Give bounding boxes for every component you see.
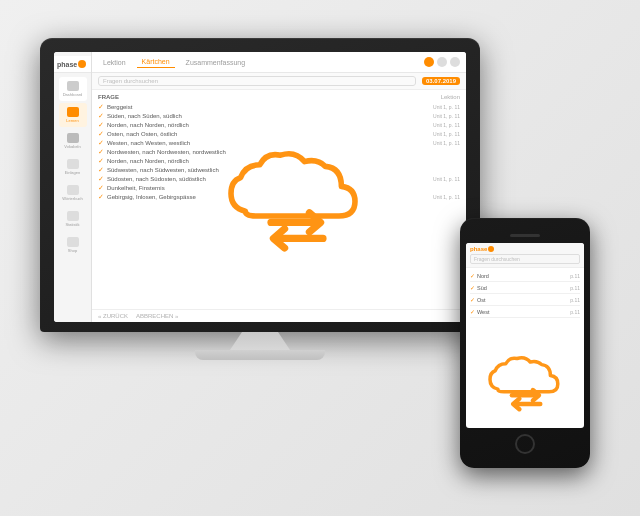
vocab-icon: [67, 133, 79, 143]
phone-item-meta: p.11: [570, 285, 580, 291]
list-item: ✓ Berggeist Unit 1, p. 11: [98, 103, 460, 110]
search-input[interactable]: Fragen durchsuchen: [98, 76, 416, 86]
sub-header: Fragen durchsuchen 03.07.2019: [92, 73, 466, 90]
app-header: Lektion Kärtchen Zusammenfassung: [92, 52, 466, 73]
book-icon: [67, 107, 79, 117]
phone-check-icon: ✓: [470, 296, 475, 303]
sidebar-dict-label: Wörterbuch: [62, 196, 83, 201]
item-meta: Unit 1, p. 11: [410, 194, 460, 200]
sidebar-item-vokabeln[interactable]: Vokabeln: [59, 129, 87, 153]
sidebar-item-lernen[interactable]: Lernen: [59, 103, 87, 127]
phone-bezel: phase Fragen durchsuchen ✓ Nord p.11 ✓ S…: [460, 218, 590, 468]
phone-list-item: ✓ Nord p.11: [470, 270, 580, 282]
phone-list-item: ✓ Ost p.11: [470, 294, 580, 306]
phone-item-text: West: [477, 309, 568, 315]
sidebar-item-statistik[interactable]: Statistik: [59, 207, 87, 231]
plus-icon: [67, 159, 79, 169]
phone-list-item: ✓ West p.11: [470, 306, 580, 318]
item-text: Osten, nach Osten, östlich: [107, 131, 407, 137]
list-item: ✓ Westen, nach Westen, westlich Unit 1, …: [98, 139, 460, 146]
item-meta: Unit 1, p. 11: [410, 176, 460, 182]
phone-speaker: [510, 234, 540, 237]
phone-check-icon: ✓: [470, 272, 475, 279]
check-icon: ✓: [98, 148, 104, 155]
check-icon: ✓: [98, 193, 104, 200]
phone-cloud-icon: [480, 348, 570, 418]
home-icon: [67, 81, 79, 91]
sidebar-item-einlagen[interactable]: Einlagen: [59, 155, 87, 179]
logo-area: phase: [54, 56, 91, 73]
phone-screen: phase Fragen durchsuchen ✓ Nord p.11 ✓ S…: [466, 243, 584, 428]
column-headers: FRAGE Lektion: [98, 94, 460, 100]
phone-check-icon: ✓: [470, 284, 475, 291]
question-col-header: FRAGE: [98, 94, 406, 100]
phone: phase Fragen durchsuchen ✓ Nord p.11 ✓ S…: [460, 218, 590, 468]
back-button[interactable]: « ZURÜCK: [98, 313, 128, 319]
sidebar-dashboard-label: Dashboard: [63, 92, 83, 97]
monitor-bezel: phase Dashboard Lernen Vokabeln: [40, 38, 480, 332]
phone-app-name: phase: [470, 246, 580, 252]
score-badge: 03.07.2019: [422, 77, 460, 85]
header-icons: [424, 57, 460, 67]
sidebar-item-dashboard[interactable]: Dashboard: [59, 77, 87, 101]
item-text: Südosten, nach Südosten, südöstlich: [107, 176, 407, 182]
tab-zusammenfassung[interactable]: Zusammenfassung: [181, 57, 251, 68]
logo-text: phase: [57, 61, 77, 68]
list-item: ✓ Südosten, nach Südosten, südöstlich Un…: [98, 175, 460, 182]
check-icon: ✓: [98, 166, 104, 173]
chart-icon: [67, 211, 79, 221]
item-text: Gebirgsig, Inlosen, Gebirgspässe: [107, 194, 407, 200]
lesson-col-header: Lektion: [410, 94, 460, 100]
phone-search-input[interactable]: Fragen durchsuchen: [470, 254, 580, 264]
settings-icon: [450, 57, 460, 67]
list-item: ✓ Gebirgsig, Inlosen, Gebirgspässe Unit …: [98, 193, 460, 200]
item-text: Norden, nach Norden, nördlich: [107, 122, 407, 128]
monitor-neck: [230, 332, 290, 350]
item-meta: Unit 1, p. 11: [410, 140, 460, 146]
item-meta: Unit 1, p. 11: [410, 122, 460, 128]
phone-item-meta: p.11: [570, 309, 580, 315]
phone-check-icon: ✓: [470, 308, 475, 315]
dict-icon: [67, 185, 79, 195]
item-text: Dunkelheit, Finsternis: [107, 185, 407, 191]
phone-home-button[interactable]: [515, 434, 535, 454]
app-ui: phase Dashboard Lernen Vokabeln: [54, 52, 466, 322]
bell-icon: [437, 57, 447, 67]
tab-kaertchen[interactable]: Kärtchen: [137, 56, 175, 68]
item-meta: Unit 1, p. 11: [410, 131, 460, 137]
list-item: ✓ Nordwesten, nach Nordwesten, nordwestl…: [98, 148, 460, 155]
logo-dot: [78, 60, 86, 68]
list-item: ✓ Dunkelheit, Finsternis: [98, 184, 460, 191]
sidebar-einlagen-label: Einlagen: [65, 170, 81, 175]
sidebar-item-woerterbuch[interactable]: Wörterbuch: [59, 181, 87, 205]
cancel-button[interactable]: ABBRECHEN »: [136, 313, 178, 319]
item-text: Norden, nach Norden, nördlich: [107, 158, 407, 164]
check-icon: ✓: [98, 103, 104, 110]
cart-icon: [67, 237, 79, 247]
phone-item-text: Süd: [477, 285, 568, 291]
tab-lektion[interactable]: Lektion: [98, 57, 131, 68]
scene: phase Dashboard Lernen Vokabeln: [30, 18, 610, 498]
phone-item-meta: p.11: [570, 297, 580, 303]
list-item: ✓ Südwesten, nach Südwesten, südwestlich: [98, 166, 460, 173]
check-icon: ✓: [98, 175, 104, 182]
check-icon: ✓: [98, 139, 104, 146]
item-text: Berggeist: [107, 104, 407, 110]
item-text: Südwesten, nach Südwesten, südwestlich: [107, 167, 407, 173]
list-item: ✓ Osten, nach Osten, östlich Unit 1, p. …: [98, 130, 460, 137]
check-icon: ✓: [98, 184, 104, 191]
item-text: Nordwesten, nach Nordwesten, nordwestlic…: [107, 149, 407, 155]
monitor-screen: phase Dashboard Lernen Vokabeln: [54, 52, 466, 322]
item-meta: Unit 1, p. 11: [410, 104, 460, 110]
sidebar-item-shop[interactable]: Shop: [59, 233, 87, 257]
list-item: ✓ Norden, nach Norden, nördlich Unit 1, …: [98, 121, 460, 128]
check-icon: ✓: [98, 130, 104, 137]
check-icon: ✓: [98, 112, 104, 119]
sidebar: phase Dashboard Lernen Vokabeln: [54, 52, 92, 322]
phone-list: ✓ Nord p.11 ✓ Süd p.11 ✓ Ost p.11: [466, 268, 584, 428]
sidebar-stat-label: Statistik: [65, 222, 79, 227]
phone-app: phase Fragen durchsuchen ✓ Nord p.11 ✓ S…: [466, 243, 584, 428]
list-item: ✓ Süden, nach Süden, südlich Unit 1, p. …: [98, 112, 460, 119]
list-item: ✓ Norden, nach Norden, nördlich: [98, 157, 460, 164]
phone-header: phase Fragen durchsuchen: [466, 243, 584, 268]
